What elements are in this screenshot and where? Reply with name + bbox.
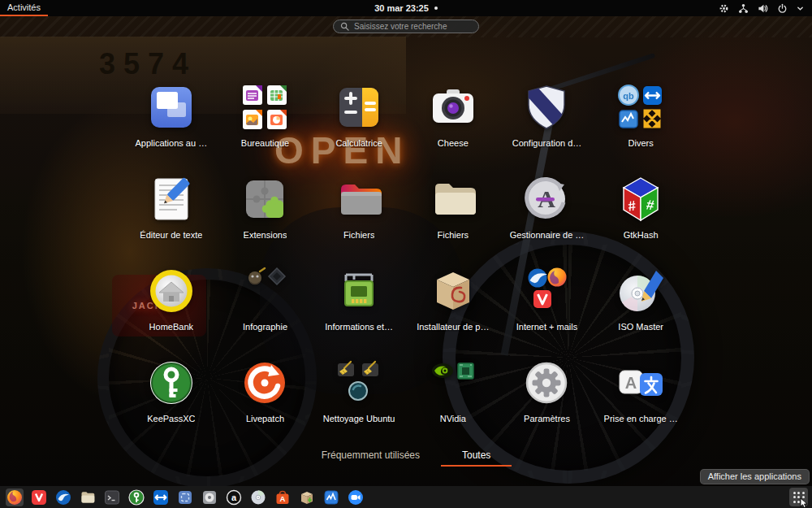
black-a-icon[interactable]: a	[225, 488, 243, 506]
graphics-folder-icon	[239, 265, 291, 317]
app-label: Installateur de p…	[417, 322, 489, 332]
app-livepatch[interactable]: Livepatch	[218, 352, 313, 444]
homebank-icon	[145, 265, 197, 317]
app-keepassxc[interactable]: KeePassXC	[124, 352, 218, 444]
settings-gear-icon	[520, 357, 572, 409]
app-label: KeePassXC	[147, 414, 195, 423]
app-folder-nvidia[interactable]: NVidia	[406, 352, 500, 444]
app-folder-divers[interactable]: qb Divers	[594, 76, 688, 168]
app-label: NVidia	[440, 414, 466, 423]
hardware-info-icon	[333, 265, 385, 317]
app-folder-infographie[interactable]: Infographie	[218, 260, 313, 352]
power-icon	[777, 3, 788, 14]
app-label: Gestionnaire de …	[510, 230, 585, 240]
livepatch-icon	[239, 357, 291, 409]
search-icon	[340, 22, 349, 31]
tab-frequent[interactable]: Fréquemment utilisées	[300, 446, 441, 467]
internet-folder-icon	[520, 265, 572, 317]
app-label: Cheese	[438, 138, 469, 148]
system-status-area[interactable]	[710, 0, 812, 16]
package-installer-icon	[427, 265, 479, 317]
keepassxc-icon	[145, 357, 197, 409]
clock-label: 30 mar 23:25	[374, 3, 429, 13]
volume-icon	[758, 3, 768, 14]
app-label: Prise en charge …	[604, 414, 678, 423]
system-config-shield-icon	[520, 81, 572, 133]
app-files-pink[interactable]: Fichiers	[312, 168, 406, 260]
app-text-editor[interactable]: Éditeur de texte	[124, 168, 218, 260]
app-startup-applications[interactable]: Applications au …	[124, 76, 218, 168]
network-icon	[738, 3, 749, 14]
software-store-icon[interactable]: A	[274, 488, 292, 506]
app-cheese[interactable]: Cheese	[406, 76, 500, 168]
app-system-configuration[interactable]: Configuration d…	[500, 76, 594, 168]
app-label: Fichiers	[438, 230, 469, 240]
app-label: Paramètres	[524, 414, 570, 423]
teamviewer-icon[interactable]	[152, 488, 170, 506]
thunderbird-icon[interactable]	[54, 488, 72, 506]
app-label: Fichiers	[343, 230, 375, 240]
terminal-icon[interactable]	[103, 488, 121, 506]
search-bar[interactable]	[333, 20, 479, 33]
activities-button[interactable]: Activités	[0, 0, 48, 16]
app-label: ISO Master	[618, 322, 663, 332]
cleaning-folder-icon	[333, 357, 385, 409]
clock-area[interactable]: 30 mar 23:25	[0, 0, 812, 16]
files-folder-icon[interactable]	[79, 488, 97, 506]
tab-all[interactable]: Toutes	[441, 446, 512, 467]
svg-text:A: A	[280, 494, 286, 503]
cd-disc-icon[interactable]	[249, 488, 267, 506]
svg-text:A: A	[625, 374, 637, 392]
calculator-icon	[333, 81, 385, 133]
svg-text:a: a	[231, 493, 237, 502]
application-grid: Applications au … Bureautique Calculatri…	[124, 76, 688, 444]
app-files[interactable]: Fichiers	[406, 168, 500, 260]
app-label: Infographie	[243, 322, 287, 332]
app-gtkhash[interactable]: ## GtkHash	[594, 168, 688, 260]
app-label: Divers	[628, 138, 654, 148]
app-folder-nettoyage[interactable]: Nettoyage Ubuntu	[312, 352, 406, 444]
app-label: HomeBank	[149, 322, 193, 332]
system-monitor-icon[interactable]	[322, 488, 340, 506]
show-applications-tooltip: Afficher les applications	[700, 469, 810, 484]
update-manager-icon: A	[520, 173, 572, 225]
app-folder-bureautique[interactable]: Bureautique	[218, 76, 313, 168]
top-bar: Activités 30 mar 23:25	[0, 0, 812, 16]
notification-dot-icon	[434, 7, 438, 10]
package-box-icon[interactable]	[298, 488, 316, 506]
keepassxc-icon[interactable]	[127, 488, 145, 506]
app-settings[interactable]: Paramètres	[500, 352, 594, 444]
app-label: GtkHash	[624, 230, 659, 240]
mouse-cursor-icon	[800, 497, 810, 508]
app-homebank[interactable]: HomeBank	[124, 260, 218, 352]
app-extensions[interactable]: Extensions	[218, 168, 313, 260]
app-folder-internet[interactable]: Internet + mails	[500, 260, 594, 352]
app-label: Internet + mails	[516, 322, 578, 332]
language-support-icon: A	[615, 357, 667, 409]
app-calculator[interactable]: Calculatrice	[312, 76, 406, 168]
show-applications-button[interactable]	[789, 488, 808, 506]
app-label: Éditeur de texte	[140, 230, 202, 240]
zoom-icon[interactable]	[347, 488, 365, 506]
app-label: Livepatch	[246, 414, 284, 423]
app-label: Configuration d…	[512, 138, 582, 148]
iso-master-icon	[615, 265, 667, 317]
app-iso-master[interactable]: ISO Master	[594, 260, 688, 352]
vivaldi-icon[interactable]	[30, 488, 48, 506]
app-label: Bureautique	[241, 138, 289, 148]
folder-icon	[427, 173, 479, 225]
app-hardware-info[interactable]: Informations et…	[312, 260, 406, 352]
app-language-support[interactable]: A Prise en charge …	[594, 352, 688, 444]
disks-icon[interactable]	[201, 488, 218, 506]
blue-app-icon[interactable]	[176, 488, 194, 506]
search-input[interactable]	[354, 22, 472, 31]
firefox-icon[interactable]	[6, 488, 24, 506]
app-package-installer[interactable]: Installateur de p…	[406, 260, 500, 352]
app-update-manager[interactable]: A Gestionnaire de …	[500, 168, 594, 260]
chevron-down-icon	[797, 5, 804, 12]
app-label: Applications au …	[135, 138, 207, 148]
svg-text:qb: qb	[623, 91, 634, 101]
gear-icon	[719, 3, 729, 14]
misc-folder-icon: qb	[615, 81, 667, 133]
folder-pink-icon	[333, 173, 385, 225]
